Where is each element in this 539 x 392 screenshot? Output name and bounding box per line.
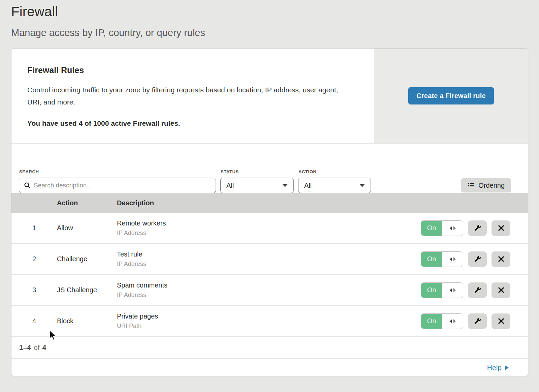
table-row: 2 Challenge Test rule IP Address On [11, 244, 528, 275]
rule-controls: On [421, 220, 528, 236]
rule-description: Spam comments [117, 281, 421, 289]
action-select-value: All [304, 182, 312, 189]
rule-enabled-toggle[interactable]: On [421, 220, 463, 236]
arrow-right-icon [505, 365, 509, 370]
status-label: STATUS [221, 169, 294, 174]
rule-priority: 2 [11, 255, 57, 263]
delete-rule-button[interactable] [492, 251, 510, 267]
search-icon [24, 182, 31, 189]
rule-action: Challenge [57, 255, 117, 263]
rule-field-type: IP Address [117, 261, 421, 268]
rule-field-type: IP Address [117, 230, 421, 237]
rule-description-cell: Private pages URI Path [117, 312, 421, 330]
pagination: 1–4 of 4 [11, 337, 528, 358]
toggle-on-label: On [421, 252, 442, 267]
action-select[interactable]: All [298, 178, 371, 193]
rule-controls: On [421, 251, 528, 267]
edit-rule-button[interactable] [468, 313, 487, 329]
search-input[interactable] [34, 182, 211, 189]
table-row: 3 JS Challenge Spam comments IP Address … [11, 275, 528, 306]
rule-description: Test rule [117, 250, 421, 258]
wrench-icon [474, 224, 481, 232]
toggle-arrows-icon [442, 283, 463, 298]
close-icon [498, 318, 504, 324]
chevron-down-icon [359, 184, 365, 187]
rule-description: Private pages [117, 312, 421, 320]
filters-bar: SEARCH STATUS All ACTION All [11, 144, 528, 193]
rule-description-cell: Spam comments IP Address [117, 281, 421, 299]
toggle-on-label: On [421, 314, 442, 329]
rule-priority: 3 [11, 286, 57, 294]
toggle-on-label: On [421, 283, 442, 298]
status-field: STATUS All [220, 169, 294, 193]
search-input-box[interactable] [19, 178, 216, 193]
rules-usage-note: You have used 4 of 1000 active Firewall … [27, 119, 358, 127]
rule-priority: 4 [11, 317, 57, 325]
wrench-icon [474, 317, 481, 325]
create-firewall-rule-button[interactable]: Create a Firewall rule [408, 87, 494, 104]
rule-priority: 1 [11, 224, 57, 232]
rule-action: Block [57, 317, 117, 325]
close-icon [498, 256, 504, 262]
rules-description: Control incoming traffic to your zone by… [27, 84, 346, 109]
page-title: Firewall [11, 4, 539, 19]
delete-rule-button[interactable] [492, 220, 510, 236]
toggle-arrows-icon [442, 252, 463, 267]
rules-heading: Firewall Rules [27, 65, 358, 75]
status-select-value: All [226, 182, 234, 189]
pagination-total: 4 [42, 343, 46, 352]
chevron-down-icon [282, 184, 288, 187]
wrench-icon [474, 286, 481, 294]
rule-action: Allow [57, 224, 117, 232]
toggle-on-label: On [421, 221, 442, 236]
table-row: 4 Block Private pages URI Path On [11, 306, 528, 337]
page-header: Firewall Manage access by IP, country, o… [0, 0, 539, 38]
rule-enabled-toggle[interactable]: On [421, 282, 463, 298]
rule-field-type: URI Path [117, 323, 421, 330]
edit-rule-button[interactable] [468, 251, 487, 267]
card-footer: Help [11, 358, 528, 376]
ordering-button[interactable]: Ordering [461, 178, 511, 192]
close-icon [498, 287, 504, 293]
delete-rule-button[interactable] [492, 282, 510, 298]
wrench-icon [474, 255, 481, 263]
toggle-arrows-icon [442, 221, 463, 236]
help-link[interactable]: Help [487, 364, 509, 372]
table-row: 1 Allow Remote workers IP Address On [11, 213, 528, 244]
rules-table-body: 1 Allow Remote workers IP Address On [11, 213, 528, 337]
rule-controls: On [421, 313, 528, 329]
rule-description-cell: Test rule IP Address [117, 250, 421, 268]
pagination-of: of [34, 343, 40, 352]
rule-controls: On [421, 282, 528, 298]
action-field: ACTION All [298, 169, 371, 193]
search-label: SEARCH [19, 169, 216, 174]
toggle-arrows-icon [442, 314, 463, 329]
table-header: Action Description [11, 193, 528, 213]
rule-description: Remote workers [117, 219, 421, 227]
help-link-label: Help [487, 364, 502, 372]
edit-rule-button[interactable] [468, 220, 487, 236]
action-column-header: Action [57, 199, 117, 207]
close-icon [498, 225, 504, 231]
search-field: SEARCH [19, 169, 216, 193]
edit-rule-button[interactable] [468, 282, 487, 298]
delete-rule-button[interactable] [492, 313, 510, 329]
rule-field-type: IP Address [117, 292, 421, 299]
action-label: ACTION [298, 169, 371, 174]
firewall-rules-card: Firewall Rules Control incoming traffic … [11, 48, 528, 376]
rule-enabled-toggle[interactable]: On [421, 251, 463, 267]
rules-summary-section: Firewall Rules Control incoming traffic … [11, 49, 528, 144]
create-rule-panel: Create a Firewall rule [374, 49, 528, 143]
ordered-list-icon [468, 182, 475, 189]
rules-summary-text: Firewall Rules Control incoming traffic … [11, 49, 374, 143]
status-select[interactable]: All [220, 178, 294, 193]
rule-description-cell: Remote workers IP Address [117, 219, 421, 237]
ordering-button-label: Ordering [478, 182, 505, 189]
pagination-range: 1–4 [19, 343, 31, 352]
rule-enabled-toggle[interactable]: On [421, 313, 463, 329]
description-column-header: Description [117, 199, 528, 207]
page-subtitle: Manage access by IP, country, or query r… [11, 27, 539, 38]
rule-action: JS Challenge [57, 286, 117, 294]
